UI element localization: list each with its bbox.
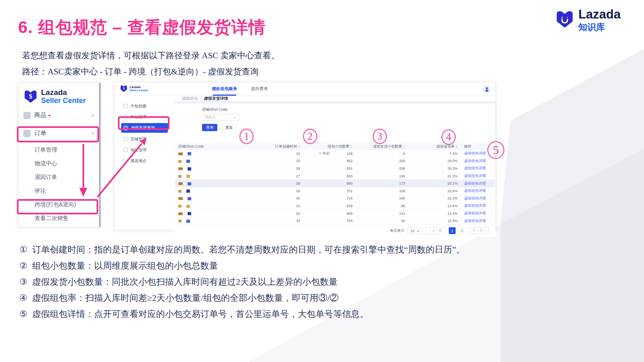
fake-package-detail-link[interactable]: 虚假组包详情 — [464, 196, 486, 200]
per-page-label: 每页展示 — [390, 228, 404, 233]
app-tabs: 揽收组包服务 逆向查询 — [212, 82, 268, 96]
fake-package-detail-link[interactable]: 虚假组包详情 — [464, 166, 486, 170]
submenu-item[interactable]: 评论 — [19, 184, 99, 198]
redaction-mark — [178, 190, 182, 193]
fake-parcels-cell: 8 — [356, 152, 409, 156]
total-parcels-cell: 793 — [303, 219, 356, 223]
table-row: 26 851 258 30.3% 虚假组包详情 — [175, 165, 495, 173]
prev-page-button[interactable]: ‹ 上一页 — [425, 227, 446, 234]
app-nav-item[interactable]: 地址管理 — [114, 144, 174, 155]
per-page-value: 10 — [410, 229, 414, 233]
cube-icon — [123, 158, 128, 163]
collapse-toggle[interactable]: ∧ 收起 — [319, 151, 330, 156]
fake-rate-cell: 11.6% — [409, 219, 461, 223]
total-parcels-cell: 851 — [303, 167, 356, 171]
fake-parcels-cell: 173 — [356, 181, 409, 185]
notification-dot-icon: • — [48, 112, 50, 119]
note-line: ② 组包小包数量：以周维度展示组包的小包总数量 — [19, 260, 465, 276]
submenu-item[interactable]: 跨境(打包&逆向) — [19, 198, 99, 212]
order-week-cell: 27 — [251, 174, 303, 178]
seller-center-sidebar-screenshot: $ Lazada Seller Center 商品 • ∨ 订单 ∧ 订单管理物… — [18, 82, 101, 227]
header-total-parcels[interactable]: 组包小包数量⇅ — [303, 144, 356, 149]
fake-package-detail-link[interactable]: 虚假组包详情 — [464, 151, 486, 155]
note-text: 虚假发货小包数量：同批次小包扫描入库时间有超过2天及以上差异的小包数量 — [32, 276, 338, 288]
redaction-mark — [178, 197, 183, 200]
sort-icon: ⇅ — [350, 145, 353, 148]
total-parcels-cell: 716 — [303, 196, 356, 200]
sidebar-item-orders[interactable]: 订单 ∧ — [19, 126, 99, 141]
app-nav-item[interactable]: 虚假发货查询 — [121, 123, 168, 133]
submenu-item[interactable]: 退回订单 — [19, 171, 99, 184]
redaction-mark — [178, 205, 182, 208]
fake-package-detail-link[interactable]: 虚假组包详情 — [464, 211, 486, 215]
app-nav-item[interactable]: 店铺管理 — [114, 134, 174, 144]
page-number-2[interactable]: 2 — [459, 227, 466, 234]
total-parcels-cell: 629 — [303, 204, 356, 208]
submenu-item[interactable]: 查看二次销售 — [19, 212, 99, 225]
note-line: ③ 虚假发货小包数量：同批次小包扫描入库时间有超过2天及以上差异的小包数量 — [19, 276, 465, 292]
app-side-nav: 大包创建 大包管理 虚假发货查询 店铺管理 地址管理 揽送地点 — [114, 96, 174, 230]
order-week-cell: 32 — [251, 212, 303, 216]
search-button[interactable]: 查询 — [202, 124, 217, 131]
tab-reverse-query[interactable]: 逆向查询 — [251, 82, 268, 96]
total-parcels-cell: 908 — [303, 212, 356, 216]
app-nav-label: 揽送地点 — [130, 158, 147, 164]
header-fake-parcels[interactable]: 虚假发货小包数量⇅ — [356, 144, 409, 149]
intro-line-1: 若您想查看虚假发货详情，可根据以下路径登录 ASC 卖家中心查看。 — [22, 47, 279, 64]
fake-parcels-cell: 85 — [356, 204, 409, 208]
note-number: ④ — [19, 293, 27, 303]
fake-package-detail-link[interactable]: 虚假组包详情 — [464, 174, 486, 178]
redaction-mark — [178, 212, 183, 215]
reset-button[interactable]: 重置 — [221, 124, 237, 131]
order-week-cell: 30 — [251, 196, 303, 200]
logo-line-2: Seller Center — [41, 97, 86, 105]
prev-caret-icon: ‹ — [429, 229, 430, 233]
fake-rate-cell: 20.1% — [409, 181, 461, 185]
redaction-mark — [178, 152, 183, 155]
order-week-cell: 25 — [251, 159, 303, 163]
shop-code-select[interactable]: 请输入 ∨ — [202, 114, 239, 121]
user-avatar[interactable] — [483, 86, 490, 92]
header-fake-rate[interactable]: 虚假组包率⇅ — [409, 144, 461, 149]
next-page-button[interactable]: 下一页 › — [469, 227, 489, 234]
order-week-cell: 24 — [251, 152, 303, 156]
sidebar-item-label: 订单 — [34, 130, 46, 137]
note-text: 虚假组包率：扫描入库时间差≥2天小包数量/组包的全部小包数量，即可用③/② — [32, 292, 339, 304]
breadcrumb-current: 虚假发货详情 — [204, 96, 228, 101]
app-nav-item[interactable]: 大包管理 — [114, 111, 174, 122]
chevron-down-icon: ∨ — [91, 113, 94, 118]
table-row: 28 860 173 20.1% 虚假组包详情 — [175, 180, 495, 187]
note-number: ③ — [19, 277, 27, 287]
sidebar-item-label: 商品 — [34, 111, 46, 119]
fake-package-detail-link[interactable]: 虚假组包详情 — [464, 219, 486, 223]
page-number-1[interactable]: 1 — [449, 227, 456, 234]
tab-pickup-package-service[interactable]: 揽收组包服务 — [212, 82, 237, 96]
header-shop-code: 店铺Short Code — [175, 144, 251, 149]
app-nav-item[interactable]: 揽送地点 — [114, 155, 174, 166]
breadcrumb-separator: / — [200, 97, 202, 101]
fake-parcels-cell: 250 — [356, 159, 409, 163]
sidebar-item-products[interactable]: 商品 • ∨ — [19, 108, 99, 123]
prev-page-label: 上一页 — [431, 228, 442, 233]
fake-package-detail-link[interactable]: 虚假组包详情 — [464, 204, 486, 208]
table-row: 24 109 8 7.3% 虚假组包详情 — [175, 150, 495, 158]
next-page-label: 下一页 — [472, 228, 483, 233]
shop-code-redacted — [175, 159, 251, 163]
breadcrumb-parent[interactable]: 揽收组包 — [182, 96, 198, 101]
orders-icon — [23, 130, 31, 137]
seller-center-app-screenshot: $ Lazada Seller Center 揽收组包服务 逆向查询 大包创建 — [114, 82, 496, 230]
per-page-select[interactable]: 10 ∨ — [407, 227, 422, 234]
fake-package-detail-link[interactable]: 虚假组包详情 — [464, 159, 486, 163]
total-parcels-cell: 862 — [303, 159, 356, 163]
table-row: 25 862 250 29.0% 虚假组包详情 — [175, 158, 495, 165]
submenu-item[interactable]: 订单管理 — [19, 143, 99, 157]
fake-package-detail-link[interactable]: 虚假组包详情 — [464, 189, 486, 193]
app-nav-label: 虚假发货查询 — [131, 125, 155, 131]
submenu-item[interactable]: 物流中心 — [19, 157, 99, 171]
total-parcels-cell: 701 — [303, 189, 356, 193]
header-order-week[interactable]: 订单创建时间⇅ — [251, 144, 303, 149]
fake-parcels-cell: 258 — [356, 167, 409, 171]
fake-package-detail-link[interactable]: 虚假组包详情 — [464, 181, 486, 185]
app-nav-item[interactable]: 大包创建 — [114, 101, 174, 111]
collapse-label: 收起 — [323, 151, 330, 155]
